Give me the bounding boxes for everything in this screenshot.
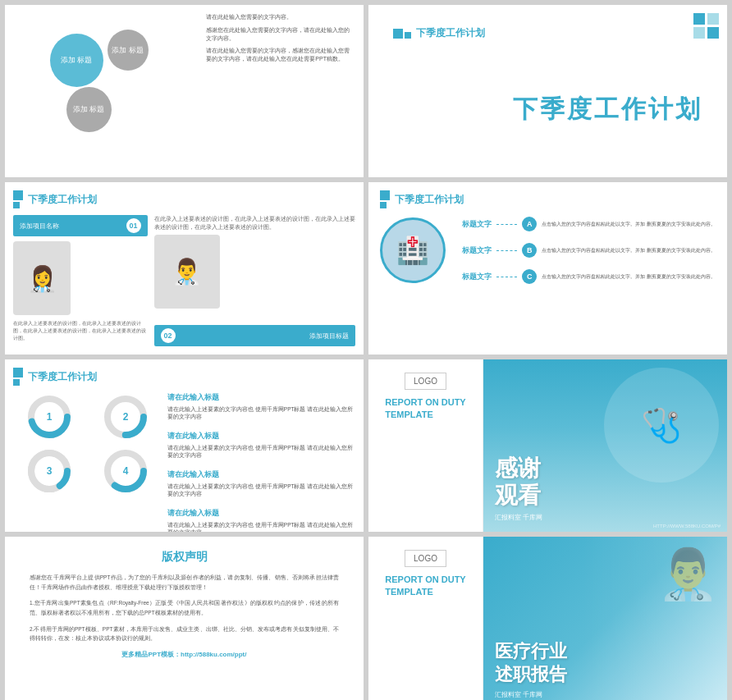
text-a: 点击输入您的文字内容盘粘粘此处以文字。并加 删剪夏夏的文字安装此处内容。	[542, 221, 716, 227]
logo-box-8: LOGO	[405, 550, 446, 567]
slide-4-main: 🏥 标题文字 A 点击输入您的文字内容盘粘粘此处以文字。并加 删剪夏夏的文字安装…	[380, 217, 716, 284]
letter-c: C	[522, 269, 537, 284]
sq-big-5	[13, 368, 23, 377]
copyright-text: 感谢您在千库网平台上提供PPT作品，为了您的千库利以及源创作者的利益，请勿复制、…	[30, 573, 339, 643]
slide-1-left: 添加 标题 添加 标题 添加 标题	[13, 13, 201, 169]
slide-3-text-left: 在此录入上述要表述的设计图，在此录入上述要表述的设计图，在此录入上述要表述的设计…	[13, 320, 148, 342]
svg-text:4: 4	[122, 465, 128, 477]
slide-1: 添加 标题 添加 标题 添加 标题 请在此处输入您需要的文字内容。 感谢您在此处…	[5, 5, 364, 177]
slide-6-right: 🩺 感谢 观看 汇报料室 千库网 HTTP://WWW.588KU.COM/P#	[483, 359, 727, 532]
slide-1-right: 请在此处输入您需要的文字内容。 感谢您在此处输入您需要的文字内容，请在此处输入您…	[201, 13, 355, 169]
bubble-1: 添加 标题	[50, 34, 103, 87]
doctor-icon: 👨‍⚕️	[657, 545, 719, 603]
decorative-blocks	[693, 13, 719, 39]
person-photo-2: 👨‍⚕️	[154, 235, 220, 309]
block-2	[707, 13, 719, 25]
slide-7: 版权声明 感谢您在千库网平台上提供PPT作品，为了您的千库利以及源创作者的利益，…	[5, 537, 364, 700]
slide-1-text-2: 感谢您在此处输入您需要的文字内容，请在此处输入您的文字内容。	[206, 26, 355, 43]
website-6: HTTP://WWW.588KU.COM/P#	[653, 524, 721, 528]
letter-a: A	[522, 217, 537, 231]
slide-6-left: LOGO REPORT ON DUTY TEMPLATE	[368, 359, 483, 532]
svg-text:3: 3	[46, 465, 52, 477]
label-2: 请在此输入标题 请在此输入上述要素的文字内容也 使用千库网PPT标题 请在此处输…	[167, 431, 355, 460]
slide-4-title: 下季度工作计划	[395, 193, 464, 207]
donut-1: 1	[13, 392, 85, 442]
slide-3-col-left: 添加项目名称 01 👩‍⚕️ 在此录入上述要表述的设计图，在此录入上述要表述的设…	[13, 215, 148, 346]
slide-2: 下季度工作计划 下季度工作计划	[368, 5, 727, 177]
label-a: 标题文字	[462, 219, 492, 230]
dot-line-a	[496, 224, 517, 225]
sq-sml-4	[380, 202, 387, 208]
slide-2-header: 下季度工作计划	[393, 26, 702, 40]
block-3	[693, 27, 705, 39]
slide-4: 下季度工作计划 🏥 标题文字 A 点击输入您的文字内容盘粘粘此处以文字。并加 删…	[368, 182, 727, 355]
num-01: 01	[126, 218, 141, 233]
sq-big-4	[380, 190, 390, 200]
main-grid: 添加 标题 添加 标题 添加 标题 请在此处输入您需要的文字内容。 感谢您在此处…	[0, 0, 732, 700]
donut-grid: 1 2	[13, 392, 161, 496]
copyright-title: 版权声明	[162, 550, 208, 565]
slide-3: 下季度工作计划 添加项目名称 01 👩‍⚕️ 在此录入上述要表述的设计图，在此录…	[5, 182, 364, 355]
icon-pair-3	[13, 190, 23, 208]
list-item-b: 标题文字 B 点击输入您的文字内容盘粘粘此处以文字。并加 删剪夏夏的文字安装此处…	[462, 243, 716, 258]
block-1	[693, 13, 705, 25]
list-item-c: 标题文字 C 点击输入您的文字内容盘粘粘此处以文字。并加 删剪夏夏的文字安装此处…	[462, 269, 716, 284]
slide-5: 下季度工作计划 1	[5, 359, 364, 532]
sq-sml-3	[13, 202, 20, 208]
slide-1-text-3: 请在此处输入您需要的文字内容，感谢您在此处输入您需要的文字内容，请在此处输入您在…	[206, 47, 355, 63]
person-photo-1: 👩‍⚕️	[13, 241, 71, 315]
icon-pair	[393, 29, 411, 39]
stethoscope-decoration: 🩺	[604, 368, 719, 483]
slide-3-title: 下季度工作计划	[28, 193, 97, 207]
circle-photo: 🏥	[380, 217, 446, 283]
slide-1-text-1: 请在此处输入您需要的文字内容。	[206, 13, 355, 21]
bubbles-area: 添加 标题 添加 标题 添加 标题	[42, 25, 173, 157]
slide-2-title: 下季度工作计划	[416, 26, 485, 40]
list-item-a: 标题文字 A 点击输入您的文字内容盘粘粘此处以文字。并加 删剪夏夏的文字安装此处…	[462, 217, 716, 231]
dot-line-c	[496, 277, 517, 277]
bubble-3: 添加 标题	[66, 87, 112, 132]
donut-svg-4: 4	[101, 446, 150, 496]
copyright-link[interactable]: 更多精品PPT模板：http://588ku.com/ppt/	[121, 650, 246, 659]
donut-2: 2	[89, 392, 161, 442]
block-4	[707, 27, 719, 39]
logo-box-6: LOGO	[405, 373, 446, 390]
subtitle-6: 汇报料室 千库网	[495, 513, 716, 522]
text-b: 点击输入您的文字内容盘粘粘此处以文字。并加 删剪夏夏的文字安装此处内容。	[542, 247, 716, 254]
slide-6: LOGO REPORT ON DUTY TEMPLATE 🩺 感谢 观看 汇报料…	[368, 359, 727, 532]
label-c: 标题文字	[462, 272, 492, 282]
icon-pair-5	[13, 368, 23, 386]
teal-bar-1: 添加项目名称 01	[13, 215, 148, 236]
teal-bar-2: 02 添加项目标题	[154, 325, 355, 346]
slide-5-title: 下季度工作计划	[28, 370, 97, 384]
svg-text:1: 1	[46, 411, 52, 423]
slide-3-text-right: 在此录入上述要表述的设计图，在此录入上述要表述的设计图，在此录入上述要表述的设计…	[154, 215, 355, 231]
slide-8: LOGO REPORT ON DUTY TEMPLATE 👨‍⚕️ 医疗行业 述…	[368, 537, 727, 700]
sq-big-3	[13, 190, 23, 200]
label-b: 标题文字	[462, 245, 492, 256]
slide-8-right: 👨‍⚕️ 医疗行业 述职报告 汇报料室 千库网 HTTP://WWW.588KU…	[483, 537, 727, 700]
letter-b: B	[522, 243, 537, 258]
report-title-8: REPORT ON DUTY TEMPLATE	[385, 574, 465, 599]
teal-sq-small	[405, 32, 411, 39]
slide-8-left: LOGO REPORT ON DUTY TEMPLATE	[368, 537, 483, 700]
label-1: 请在此输入标题 请在此输入上述要素的文字内容也 使用千库网PPT标题 请在此处输…	[167, 392, 355, 421]
label-4: 请在此输入标题 请在此输入上述要素的文字内容也 使用千库网PPT标题 请在此处输…	[167, 508, 355, 532]
donut-svg-2: 2	[101, 392, 150, 442]
bubble-2: 添加 标题	[108, 30, 149, 71]
sq-sml-5	[13, 379, 20, 386]
label-3: 请在此输入标题 请在此输入上述要素的文字内容也 使用千库网PPT标题 请在此处输…	[167, 469, 355, 498]
text-c: 点击输入您的文字内容盘粘粘此处以文字。并加 删剪夏夏的文字安装此处内容。	[542, 273, 716, 280]
medical-icon: 🏥	[396, 235, 429, 266]
num-02: 02	[161, 328, 176, 343]
dot-line-b	[496, 250, 517, 251]
report-title-6: REPORT ON DUTY TEMPLATE	[385, 396, 465, 422]
svg-text:2: 2	[122, 411, 128, 423]
slide-5-content: 1 2	[13, 392, 355, 532]
donuts-area: 1 2	[13, 392, 161, 532]
icon-pair-4	[380, 190, 390, 208]
slide-3-header: 下季度工作计划	[13, 190, 355, 208]
donut-4: 4	[89, 446, 161, 496]
slide-5-header: 下季度工作计划	[13, 368, 355, 386]
slide-2-big-title: 下季度工作计划	[513, 93, 702, 126]
